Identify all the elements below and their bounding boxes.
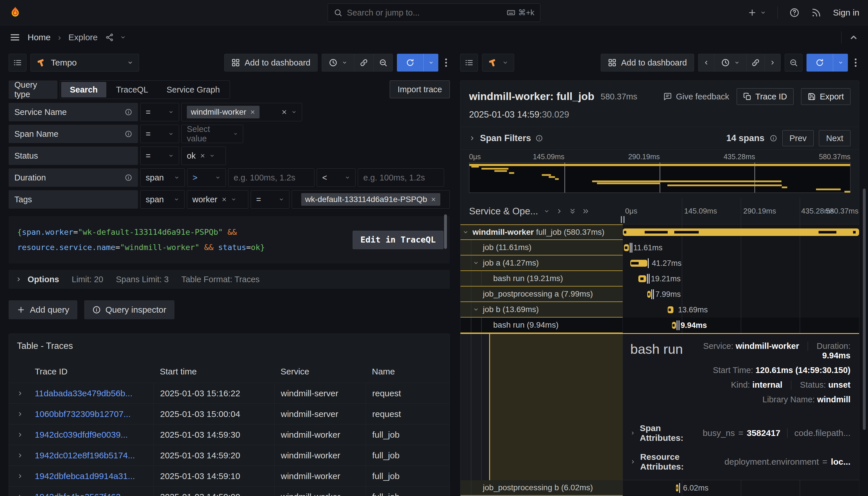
datasource-picker[interactable]: Tempo [30, 54, 139, 72]
link-split-button[interactable] [354, 54, 373, 72]
query-inspector-button[interactable]: Query inspector [84, 300, 174, 319]
row-expander[interactable] [9, 432, 31, 438]
tab-service-graph[interactable]: Service Graph [158, 82, 228, 97]
share-icon[interactable] [105, 33, 114, 42]
span-row[interactable]: job_postprocessing b (6.02ms)6.02ms [461, 480, 859, 496]
span-row-label[interactable]: job (11.61ms) [461, 240, 623, 255]
chevron-down-icon[interactable] [120, 34, 126, 40]
span-filters-bar[interactable]: Span Filters 14 spans Prev Next [461, 127, 859, 150]
span-timeline-cell[interactable]: 9.94ms [623, 317, 859, 333]
search-input[interactable] [347, 8, 502, 17]
breadcrumb-explore[interactable]: Explore [68, 32, 98, 42]
add-to-dashboard-button[interactable]: Add to dashboard [601, 54, 694, 72]
export-button[interactable]: Export [801, 88, 851, 105]
next-span-button[interactable]: Next [819, 130, 851, 146]
duration-max-input[interactable] [358, 168, 444, 187]
span-timeline-cell[interactable]: 11.61ms [623, 240, 859, 255]
table-row[interactable]: 1942dc012e8f196b5174...2025-01-03 14:59:… [9, 445, 450, 466]
double-chevron-down-icon[interactable] [569, 208, 576, 215]
span-timeline-cell[interactable]: 13.69ms [623, 302, 859, 317]
right-scrollbar-thumb[interactable] [863, 188, 866, 430]
span-timeline-cell[interactable]: 6.02ms [623, 480, 859, 496]
trace-id-link[interactable]: 11dabada33e479db56b... [35, 389, 133, 398]
add-query-button[interactable]: Add query [9, 300, 77, 319]
service-value-chip[interactable]: windmill-worker [187, 106, 260, 119]
span-row-label[interactable]: job b (13.69ms) [461, 302, 623, 317]
double-chevron-right-icon[interactable] [582, 208, 589, 215]
resource-attributes-row[interactable]: Resource Attributes: deployment.environm… [630, 452, 851, 471]
duration-gt-select[interactable]: > [187, 168, 226, 187]
span-row[interactable]: windmill-worker full_job (580.37ms) [461, 224, 859, 240]
duration-scope-select[interactable]: span [140, 168, 185, 187]
zoom-out-button[interactable] [785, 54, 803, 72]
tags-scope-select[interactable]: span [140, 190, 185, 208]
row-expander[interactable] [9, 473, 31, 479]
table-row[interactable]: 11dabada33e479db56b...2025-01-03 15:16:2… [9, 383, 450, 403]
duration-min-input[interactable] [228, 168, 314, 187]
run-query-button[interactable] [806, 54, 848, 72]
remove-chip-icon[interactable] [431, 197, 436, 202]
global-search[interactable]: ⌘+k [328, 3, 540, 22]
row-expander[interactable] [9, 452, 31, 459]
query-outline-button[interactable] [9, 54, 27, 72]
span-timeline-cell[interactable]: 41.27ms [623, 255, 859, 271]
span-row-label[interactable]: bash run (19.21ms) [461, 271, 623, 286]
span-timeline-cell[interactable] [623, 224, 859, 240]
new-menu-button[interactable] [747, 8, 766, 17]
news-rss-icon[interactable] [811, 7, 821, 18]
row-expander[interactable] [9, 494, 31, 496]
menu-icon[interactable] [10, 32, 20, 43]
collapse-up-icon[interactable] [849, 33, 858, 42]
breadcrumb-home[interactable]: Home [28, 32, 50, 42]
trace-id-link[interactable]: 1942dbfebca1d9914a31... [35, 471, 135, 481]
add-to-dashboard-button[interactable]: Add to dashboard [224, 54, 317, 72]
trace-id-link[interactable]: 1060bbf732309b12707... [35, 409, 131, 419]
collapse-caret[interactable] [473, 307, 483, 312]
collapse-caret[interactable] [473, 260, 483, 266]
span-row[interactable]: job b (13.69ms)13.69ms [461, 302, 859, 317]
col-name[interactable]: Name [366, 367, 450, 376]
span-row[interactable]: bash run (9.94ms)9.94ms [461, 317, 859, 333]
chevron-down-icon[interactable] [544, 208, 549, 214]
clear-icon[interactable] [200, 153, 205, 159]
span-row[interactable]: bash run (19.21ms)19.21ms [461, 271, 859, 286]
col-service[interactable]: Service [274, 367, 366, 376]
span-row-label[interactable]: windmill-worker full_job (580.37ms) [461, 224, 623, 240]
col-start-time[interactable]: Start time [154, 367, 274, 376]
table-row[interactable]: 1942dc039dfdf9e0039...2025-01-03 14:59:3… [9, 424, 450, 445]
service-op-select[interactable]: = [140, 103, 179, 121]
clear-icon[interactable] [221, 197, 227, 202]
sign-in-link[interactable]: Sign in [833, 8, 859, 17]
help-icon[interactable] [789, 7, 800, 18]
tab-search[interactable]: Search [61, 82, 106, 97]
import-trace-button[interactable]: Import trace [390, 80, 450, 98]
link-split-button[interactable] [746, 54, 764, 72]
tags-value-select[interactable]: wk-default-133114d6a91e-PSPQb [292, 190, 450, 208]
tags-value-chip[interactable]: wk-default-133114d6a91e-PSPQb [301, 193, 440, 206]
span-row[interactable]: job_postprocessing a (7.99ms)7.99ms [461, 286, 859, 302]
service-value-select[interactable]: windmill-worker [181, 103, 302, 121]
edit-in-traceql-button[interactable]: Edit in TraceQL [353, 231, 444, 249]
span-row-label[interactable]: job a (41.27ms) [461, 255, 623, 271]
clear-icon[interactable] [281, 109, 288, 115]
tags-key-select[interactable]: worker [187, 190, 248, 208]
row-expander[interactable] [9, 390, 31, 397]
span-op-select[interactable]: = [140, 125, 179, 143]
status-op-select[interactable]: = [140, 146, 179, 165]
query-outline-button[interactable] [460, 54, 478, 72]
span-row[interactable]: job a (41.27ms)41.27ms [461, 255, 859, 271]
span-timeline-cell[interactable]: 7.99ms [623, 286, 859, 302]
row-expander[interactable] [9, 411, 31, 417]
time-picker-button[interactable] [714, 54, 746, 72]
span-row[interactable]: job (11.61ms)11.61ms [461, 240, 859, 255]
tab-traceql[interactable]: TraceQL [108, 82, 157, 97]
span-row-label[interactable]: job_postprocessing b (6.02ms) [461, 480, 623, 496]
pane-menu-button[interactable] [442, 58, 450, 67]
minimap-canvas[interactable] [469, 162, 851, 193]
span-timeline-cell[interactable]: 19.21ms [623, 271, 859, 286]
datasource-picker[interactable] [482, 54, 514, 72]
tags-op-select[interactable]: = [251, 190, 289, 208]
run-query-button[interactable] [397, 54, 438, 72]
duration-lt-select[interactable]: < [317, 168, 356, 187]
span-value-select[interactable]: Select value [181, 125, 243, 143]
